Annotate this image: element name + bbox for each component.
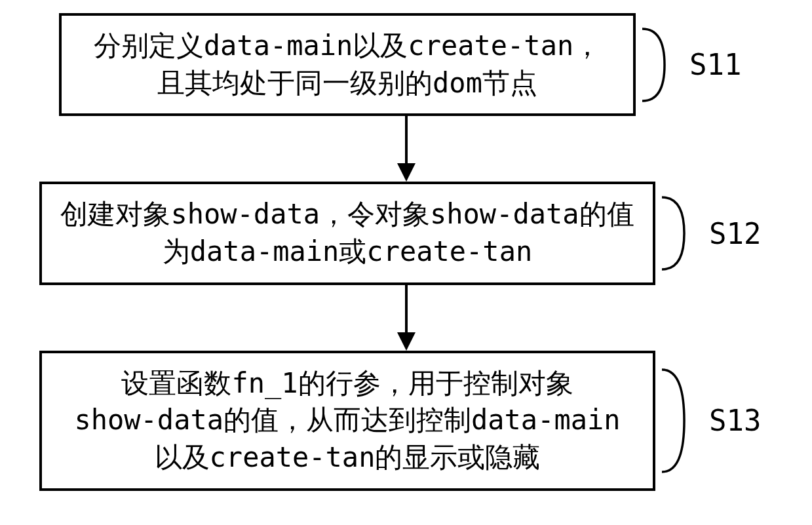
flow-step-1: 分别定义data-main以及create-tan， 且其均处于同一级别的dom… [59, 13, 636, 116]
arrow-down-icon [393, 116, 419, 182]
connector-curve-icon [662, 362, 704, 480]
flow-row-2: 创建对象show-data，令对象show-data的值 为data-main或… [39, 182, 773, 284]
arrow-1-wrap [98, 116, 714, 182]
step1-label-wrap: S11 [642, 22, 741, 107]
step3-line1: 设置函数fn_1的行参，用于控制对象 [121, 367, 573, 399]
step2-line1: 创建对象show-data，令对象show-data的值 [60, 198, 634, 230]
flow-step-3: 设置函数fn_1的行参，用于控制对象 show-data的值，从而达到控制dat… [39, 351, 655, 491]
connector-curve-icon [642, 22, 684, 107]
flowchart-container: 分别定义data-main以及create-tan， 且其均处于同一级别的dom… [39, 13, 773, 491]
step3-label: S13 [709, 404, 761, 437]
svg-marker-1 [397, 163, 416, 182]
step3-line3: 以及create-tan的显示或隐藏 [155, 441, 541, 473]
step2-label: S12 [709, 217, 761, 250]
arrow-2-wrap [98, 285, 714, 351]
step3-label-wrap: S13 [662, 362, 761, 480]
flow-step-2: 创建对象show-data，令对象show-data的值 为data-main或… [39, 182, 655, 284]
step2-line2: 为data-main或create-tan [163, 235, 532, 267]
step1-line1: 分别定义data-main以及create-tan， [94, 29, 601, 62]
step1-label: S11 [689, 48, 741, 81]
step3-line2: show-data的值，从而达到控制data-main [74, 404, 620, 436]
connector-curve-icon [662, 191, 704, 276]
step1-line2: 且其均处于同一级别的dom节点 [157, 67, 537, 99]
flow-row-1: 分别定义data-main以及create-tan， 且其均处于同一级别的dom… [39, 13, 773, 116]
svg-marker-3 [397, 332, 416, 351]
flow-row-3: 设置函数fn_1的行参，用于控制对象 show-data的值，从而达到控制dat… [39, 351, 773, 491]
arrow-down-icon [393, 285, 419, 351]
step2-label-wrap: S12 [662, 191, 761, 276]
